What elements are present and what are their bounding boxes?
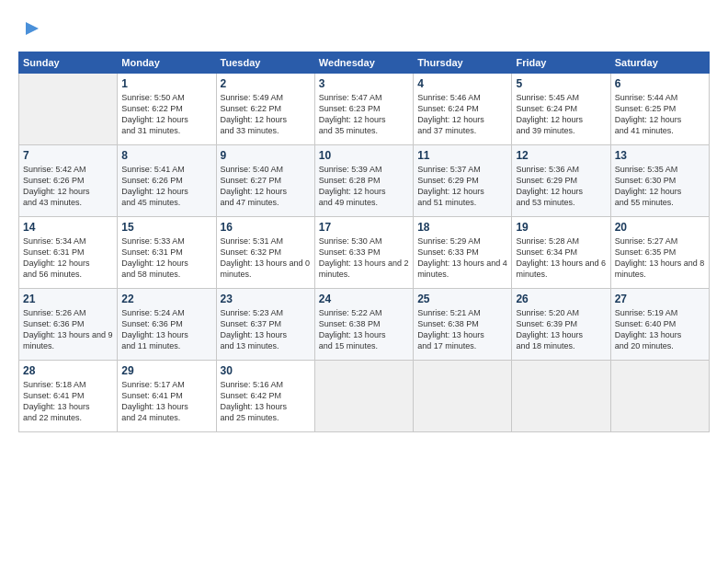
calendar-cell: 29Sunrise: 5:17 AMSunset: 6:41 PMDayligh… xyxy=(118,361,216,432)
day-number: 20 xyxy=(615,221,705,234)
calendar-week-row: 14Sunrise: 5:34 AMSunset: 6:31 PMDayligh… xyxy=(19,217,710,289)
day-number: 29 xyxy=(121,364,211,377)
calendar-cell: 15Sunrise: 5:33 AMSunset: 6:31 PMDayligh… xyxy=(118,217,216,289)
weekday-header: Monday xyxy=(118,52,216,74)
calendar-week-row: 1Sunrise: 5:50 AMSunset: 6:22 PMDaylight… xyxy=(19,74,710,145)
day-detail: Sunrise: 5:18 AMSunset: 6:41 PMDaylight:… xyxy=(23,379,113,424)
day-number: 4 xyxy=(417,77,507,90)
day-detail: Sunrise: 5:37 AMSunset: 6:29 PMDaylight:… xyxy=(417,164,507,209)
day-number: 9 xyxy=(221,149,311,162)
day-detail: Sunrise: 5:23 AMSunset: 6:37 PMDaylight:… xyxy=(221,307,311,352)
day-number: 14 xyxy=(23,221,113,234)
day-number: 16 xyxy=(221,221,311,234)
day-number: 12 xyxy=(516,149,606,162)
day-detail: Sunrise: 5:19 AMSunset: 6:40 PMDaylight:… xyxy=(615,307,705,352)
calendar-cell: 9Sunrise: 5:40 AMSunset: 6:27 PMDaylight… xyxy=(216,145,314,217)
weekday-header: Sunday xyxy=(19,52,118,74)
day-detail: Sunrise: 5:45 AMSunset: 6:24 PMDaylight:… xyxy=(516,92,606,137)
calendar-cell: 6Sunrise: 5:44 AMSunset: 6:25 PMDaylight… xyxy=(610,74,709,145)
weekday-header: Wednesday xyxy=(314,52,413,74)
day-number: 10 xyxy=(319,149,409,162)
day-number: 24 xyxy=(319,293,409,305)
day-detail: Sunrise: 5:28 AMSunset: 6:34 PMDaylight:… xyxy=(516,236,606,281)
calendar-cell: 25Sunrise: 5:21 AMSunset: 6:38 PMDayligh… xyxy=(414,289,512,361)
calendar-cell: 17Sunrise: 5:30 AMSunset: 6:33 PMDayligh… xyxy=(314,217,413,289)
day-number: 22 xyxy=(121,293,211,305)
day-detail: Sunrise: 5:39 AMSunset: 6:28 PMDaylight:… xyxy=(319,164,409,209)
calendar-cell xyxy=(610,361,709,432)
day-number: 26 xyxy=(516,293,606,305)
logo xyxy=(18,15,42,42)
day-detail: Sunrise: 5:16 AMSunset: 6:42 PMDaylight:… xyxy=(221,379,311,424)
calendar-body: 1Sunrise: 5:50 AMSunset: 6:22 PMDaylight… xyxy=(19,74,710,432)
calendar-week-row: 28Sunrise: 5:18 AMSunset: 6:41 PMDayligh… xyxy=(19,361,710,432)
calendar-cell: 14Sunrise: 5:34 AMSunset: 6:31 PMDayligh… xyxy=(19,217,118,289)
weekday-header: Friday xyxy=(512,52,610,74)
calendar-cell: 24Sunrise: 5:22 AMSunset: 6:38 PMDayligh… xyxy=(314,289,413,361)
day-number: 13 xyxy=(615,149,705,162)
day-detail: Sunrise: 5:34 AMSunset: 6:31 PMDaylight:… xyxy=(23,236,113,281)
day-number: 21 xyxy=(23,293,113,305)
header xyxy=(18,15,710,42)
day-number: 5 xyxy=(516,77,606,90)
calendar-cell: 27Sunrise: 5:19 AMSunset: 6:40 PMDayligh… xyxy=(610,289,709,361)
day-number: 11 xyxy=(417,149,507,162)
page: SundayMondayTuesdayWednesdayThursdayFrid… xyxy=(0,0,728,442)
calendar-cell: 19Sunrise: 5:28 AMSunset: 6:34 PMDayligh… xyxy=(512,217,610,289)
calendar-cell: 21Sunrise: 5:26 AMSunset: 6:36 PMDayligh… xyxy=(19,289,118,361)
day-detail: Sunrise: 5:47 AMSunset: 6:23 PMDaylight:… xyxy=(319,92,409,137)
day-number: 19 xyxy=(516,221,606,234)
day-number: 2 xyxy=(221,77,311,90)
day-number: 23 xyxy=(221,293,311,305)
day-detail: Sunrise: 5:41 AMSunset: 6:26 PMDaylight:… xyxy=(121,164,211,209)
calendar-cell xyxy=(512,361,610,432)
calendar-week-row: 21Sunrise: 5:26 AMSunset: 6:36 PMDayligh… xyxy=(19,289,710,361)
day-detail: Sunrise: 5:42 AMSunset: 6:26 PMDaylight:… xyxy=(23,164,113,209)
weekday-header: Tuesday xyxy=(216,52,314,74)
day-number: 1 xyxy=(121,77,211,90)
calendar-cell xyxy=(19,74,118,145)
calendar-cell: 26Sunrise: 5:20 AMSunset: 6:39 PMDayligh… xyxy=(512,289,610,361)
day-detail: Sunrise: 5:49 AMSunset: 6:22 PMDaylight:… xyxy=(221,92,311,137)
calendar-cell: 3Sunrise: 5:47 AMSunset: 6:23 PMDaylight… xyxy=(314,74,413,145)
calendar-cell xyxy=(314,361,413,432)
day-detail: Sunrise: 5:50 AMSunset: 6:22 PMDaylight:… xyxy=(121,92,211,137)
calendar-cell: 5Sunrise: 5:45 AMSunset: 6:24 PMDaylight… xyxy=(512,74,610,145)
weekday-header: Thursday xyxy=(414,52,512,74)
weekday-header: Saturday xyxy=(610,52,709,74)
svg-marker-0 xyxy=(26,22,39,35)
day-detail: Sunrise: 5:33 AMSunset: 6:31 PMDaylight:… xyxy=(121,236,211,281)
calendar-cell: 11Sunrise: 5:37 AMSunset: 6:29 PMDayligh… xyxy=(414,145,512,217)
day-detail: Sunrise: 5:22 AMSunset: 6:38 PMDaylight:… xyxy=(319,307,409,352)
day-detail: Sunrise: 5:35 AMSunset: 6:30 PMDaylight:… xyxy=(615,164,705,209)
day-number: 28 xyxy=(23,364,113,377)
calendar-cell: 10Sunrise: 5:39 AMSunset: 6:28 PMDayligh… xyxy=(314,145,413,217)
day-detail: Sunrise: 5:40 AMSunset: 6:27 PMDaylight:… xyxy=(221,164,311,209)
day-detail: Sunrise: 5:21 AMSunset: 6:38 PMDaylight:… xyxy=(417,307,507,352)
day-detail: Sunrise: 5:46 AMSunset: 6:24 PMDaylight:… xyxy=(417,92,507,137)
day-number: 25 xyxy=(417,293,507,305)
day-detail: Sunrise: 5:26 AMSunset: 6:36 PMDaylight:… xyxy=(23,307,113,352)
calendar-cell: 8Sunrise: 5:41 AMSunset: 6:26 PMDaylight… xyxy=(118,145,216,217)
calendar-table: SundayMondayTuesdayWednesdayThursdayFrid… xyxy=(18,52,710,432)
day-detail: Sunrise: 5:17 AMSunset: 6:41 PMDaylight:… xyxy=(121,379,211,424)
day-detail: Sunrise: 5:31 AMSunset: 6:32 PMDaylight:… xyxy=(221,236,311,281)
day-detail: Sunrise: 5:36 AMSunset: 6:29 PMDaylight:… xyxy=(516,164,606,209)
day-number: 3 xyxy=(319,77,409,90)
day-number: 8 xyxy=(121,149,211,162)
calendar-cell: 22Sunrise: 5:24 AMSunset: 6:36 PMDayligh… xyxy=(118,289,216,361)
day-number: 17 xyxy=(319,221,409,234)
day-number: 18 xyxy=(417,221,507,234)
calendar-cell: 30Sunrise: 5:16 AMSunset: 6:42 PMDayligh… xyxy=(216,361,314,432)
calendar-cell: 7Sunrise: 5:42 AMSunset: 6:26 PMDaylight… xyxy=(19,145,118,217)
day-detail: Sunrise: 5:30 AMSunset: 6:33 PMDaylight:… xyxy=(319,236,409,281)
day-detail: Sunrise: 5:24 AMSunset: 6:36 PMDaylight:… xyxy=(121,307,211,352)
calendar-cell: 28Sunrise: 5:18 AMSunset: 6:41 PMDayligh… xyxy=(19,361,118,432)
calendar-cell: 13Sunrise: 5:35 AMSunset: 6:30 PMDayligh… xyxy=(610,145,709,217)
day-detail: Sunrise: 5:20 AMSunset: 6:39 PMDaylight:… xyxy=(516,307,606,352)
day-number: 30 xyxy=(221,364,311,377)
day-number: 27 xyxy=(615,293,705,305)
calendar-cell: 23Sunrise: 5:23 AMSunset: 6:37 PMDayligh… xyxy=(216,289,314,361)
calendar-week-row: 7Sunrise: 5:42 AMSunset: 6:26 PMDaylight… xyxy=(19,145,710,217)
calendar-cell: 20Sunrise: 5:27 AMSunset: 6:35 PMDayligh… xyxy=(610,217,709,289)
